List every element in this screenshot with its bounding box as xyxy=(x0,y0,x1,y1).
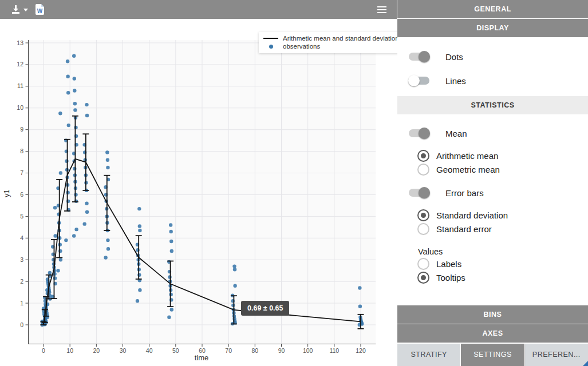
observation-dot xyxy=(85,114,89,117)
export-word-button[interactable]: W xyxy=(35,0,44,19)
observation-dot xyxy=(73,89,76,92)
legend-item-mean: Arithmetic mean and standard deviation xyxy=(263,35,399,42)
svg-text:4: 4 xyxy=(20,234,23,241)
observation-dot xyxy=(48,271,52,274)
observation-dot xyxy=(85,210,89,214)
mean-toggle[interactable] xyxy=(409,129,429,137)
observation-dot xyxy=(169,293,173,296)
observation-dot xyxy=(138,288,141,292)
legend-item-observations: observations xyxy=(263,43,399,50)
labels-option[interactable]: Labels xyxy=(397,257,588,270)
standard-error-radio[interactable] xyxy=(417,223,429,235)
legend-observations-label: observations xyxy=(283,43,320,50)
lines-toggle-row: Lines xyxy=(397,73,588,89)
svg-text:110: 110 xyxy=(329,347,339,354)
mean-label: Mean xyxy=(445,129,467,138)
error-bars-toggle[interactable] xyxy=(409,189,429,197)
observation-dot xyxy=(358,286,361,289)
svg-text:13: 13 xyxy=(17,39,23,46)
observation-dot xyxy=(74,228,78,231)
lines-label: Lines xyxy=(445,76,466,86)
observation-dot xyxy=(137,207,141,210)
svg-text:40: 40 xyxy=(146,347,153,354)
observation-dot xyxy=(168,275,171,279)
top-toolbar: W xyxy=(0,0,397,19)
values-group-label: Values xyxy=(418,247,443,256)
section-header-axes[interactable]: AXES xyxy=(397,324,588,343)
geometric-mean-radio[interactable] xyxy=(417,164,429,176)
y-axis-label: y1 xyxy=(2,189,11,197)
svg-text:100: 100 xyxy=(303,347,313,354)
observation-dot xyxy=(136,299,139,303)
standard-error-option[interactable]: Standard error xyxy=(397,222,588,236)
observation-dot xyxy=(74,126,77,129)
dots-toggle[interactable] xyxy=(409,53,429,61)
tab-stratify[interactable]: STRATIFY xyxy=(397,344,460,366)
observation-dot xyxy=(232,264,236,268)
observation-dot xyxy=(137,273,141,277)
svg-text:10: 10 xyxy=(17,104,23,111)
section-header-display[interactable]: DISPLAY xyxy=(397,19,588,37)
arithmetic-mean-radio[interactable] xyxy=(417,150,429,162)
observation-dot xyxy=(73,108,77,112)
observation-dot xyxy=(233,284,236,288)
observation-dot xyxy=(58,242,62,246)
standard-deviation-option[interactable]: Standard deviation xyxy=(397,208,588,222)
lines-toggle[interactable] xyxy=(409,77,429,85)
observation-dot xyxy=(66,190,69,194)
export-download-button[interactable] xyxy=(10,0,28,19)
observation-dot xyxy=(64,238,68,242)
svg-text:5: 5 xyxy=(20,213,23,220)
tab-preferences[interactable]: PREFEREN... xyxy=(525,344,588,366)
geometric-mean-option[interactable]: Geometric mean xyxy=(397,162,588,176)
dots-toggle-row: Dots xyxy=(397,49,588,65)
observation-dot xyxy=(169,223,172,226)
standard-deviation-radio[interactable] xyxy=(417,209,429,221)
observation-dot xyxy=(53,206,57,209)
svg-text:6: 6 xyxy=(20,191,23,198)
chevron-down-icon xyxy=(23,9,28,11)
observation-dot xyxy=(73,77,76,80)
tooltips-radio[interactable] xyxy=(417,272,429,284)
observation-dot xyxy=(73,167,76,170)
arithmetic-mean-option[interactable]: Arithmetic mean xyxy=(397,149,588,162)
observation-dot xyxy=(106,166,109,169)
section-header-general[interactable]: GENERAL xyxy=(397,0,588,18)
observation-dot xyxy=(66,59,69,63)
observation-dot xyxy=(138,229,141,232)
observation-dot xyxy=(170,308,173,311)
svg-text:11: 11 xyxy=(17,82,23,89)
section-header-statistics[interactable]: STATISTICS xyxy=(397,96,588,114)
svg-text:9: 9 xyxy=(20,126,23,133)
menu-button[interactable] xyxy=(377,0,386,19)
tab-settings[interactable]: SETTINGS xyxy=(461,344,524,366)
observation-dot xyxy=(85,103,88,106)
observation-dot xyxy=(66,91,70,94)
observation-dot xyxy=(82,222,86,225)
resize-grip[interactable] xyxy=(583,361,588,366)
svg-text:0: 0 xyxy=(42,347,45,354)
labels-radio[interactable] xyxy=(417,258,429,270)
svg-text:80: 80 xyxy=(251,347,258,354)
svg-text:90: 90 xyxy=(278,347,285,354)
section-header-bins[interactable]: BINS xyxy=(397,305,588,324)
svg-text:20: 20 xyxy=(93,347,100,354)
observation-dot xyxy=(169,230,173,233)
mean-line-swatch xyxy=(263,38,278,39)
tooltips-option[interactable]: Tooltips xyxy=(397,270,588,284)
observation-dot xyxy=(53,234,57,237)
errorbars-toggle-row: Error bars xyxy=(397,185,588,201)
svg-text:7: 7 xyxy=(20,169,23,176)
observation-dot xyxy=(105,150,109,154)
observation-dot xyxy=(56,269,60,272)
observation-dot xyxy=(104,256,107,259)
svg-text:10: 10 xyxy=(66,347,73,354)
svg-text:0: 0 xyxy=(20,321,23,328)
observation-dot xyxy=(138,224,141,228)
plot-area[interactable]: 0123456789101112130102030405060708090100… xyxy=(0,0,397,366)
svg-text:12: 12 xyxy=(17,61,23,67)
value-tooltip: 0.69 ± 0.65 xyxy=(241,301,289,316)
observation-dot xyxy=(59,171,62,174)
download-icon xyxy=(10,5,21,14)
observation-dot xyxy=(74,193,77,196)
